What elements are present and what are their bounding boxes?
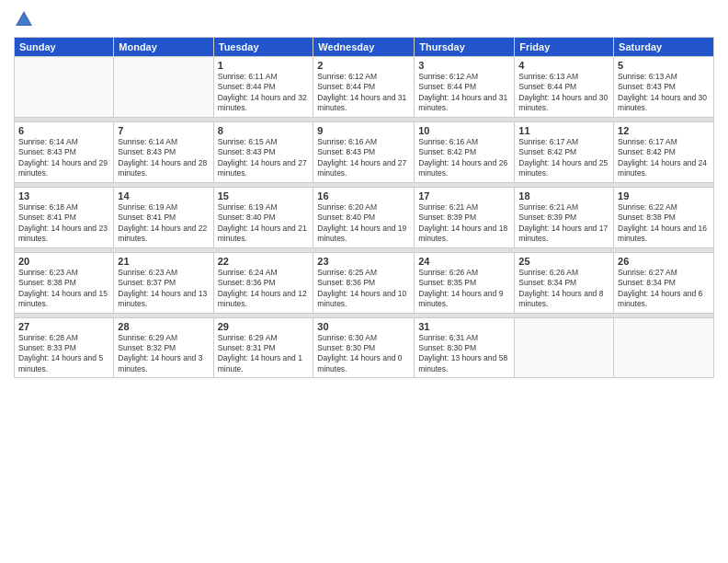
- calendar-cell: 28Sunrise: 6:29 AM Sunset: 8:32 PM Dayli…: [114, 317, 213, 378]
- day-number: 26: [618, 256, 710, 267]
- day-number: 12: [618, 125, 710, 136]
- day-info: Sunrise: 6:30 AM Sunset: 8:30 PM Dayligh…: [317, 333, 410, 375]
- calendar-cell: 16Sunrise: 6:20 AM Sunset: 8:40 PM Dayli…: [313, 187, 415, 247]
- calendar-cell: 25Sunrise: 6:26 AM Sunset: 8:34 PM Dayli…: [515, 252, 614, 313]
- day-number: 23: [317, 256, 410, 267]
- calendar-cell: 3Sunrise: 6:12 AM Sunset: 8:44 PM Daylig…: [415, 57, 515, 118]
- calendar-cell: 23Sunrise: 6:25 AM Sunset: 8:36 PM Dayli…: [313, 252, 415, 313]
- header-thursday: Thursday: [415, 38, 515, 57]
- day-number: 28: [118, 321, 209, 332]
- day-info: Sunrise: 6:12 AM Sunset: 8:44 PM Dayligh…: [418, 72, 510, 114]
- day-number: 17: [418, 190, 510, 201]
- day-number: 5: [618, 60, 710, 71]
- header-sunday: Sunday: [15, 38, 114, 57]
- header-friday: Friday: [515, 38, 614, 57]
- calendar-cell: [614, 317, 714, 378]
- day-number: 3: [418, 60, 510, 71]
- calendar-cell: 1Sunrise: 6:11 AM Sunset: 8:44 PM Daylig…: [213, 57, 313, 118]
- day-info: Sunrise: 6:17 AM Sunset: 8:42 PM Dayligh…: [518, 137, 609, 179]
- day-number: 1: [218, 60, 310, 71]
- calendar-cell: 2Sunrise: 6:12 AM Sunset: 8:44 PM Daylig…: [313, 57, 415, 118]
- day-number: 2: [317, 60, 410, 71]
- day-number: 18: [518, 190, 609, 201]
- calendar-cell: 10Sunrise: 6:16 AM Sunset: 8:42 PM Dayli…: [415, 121, 515, 182]
- calendar-cell: 29Sunrise: 6:29 AM Sunset: 8:31 PM Dayli…: [213, 317, 313, 378]
- calendar-cell: 27Sunrise: 6:28 AM Sunset: 8:33 PM Dayli…: [15, 317, 114, 378]
- day-info: Sunrise: 6:29 AM Sunset: 8:32 PM Dayligh…: [118, 333, 209, 375]
- calendar-cell: [114, 57, 213, 118]
- day-number: 21: [118, 256, 209, 267]
- calendar-cell: 8Sunrise: 6:15 AM Sunset: 8:43 PM Daylig…: [213, 121, 313, 182]
- day-number: 15: [218, 190, 310, 201]
- day-info: Sunrise: 6:26 AM Sunset: 8:35 PM Dayligh…: [418, 268, 510, 310]
- calendar-cell: 4Sunrise: 6:13 AM Sunset: 8:44 PM Daylig…: [515, 57, 614, 118]
- day-info: Sunrise: 6:11 AM Sunset: 8:44 PM Dayligh…: [218, 72, 310, 114]
- day-info: Sunrise: 6:28 AM Sunset: 8:33 PM Dayligh…: [18, 333, 109, 375]
- day-number: 25: [518, 256, 609, 267]
- day-info: Sunrise: 6:20 AM Sunset: 8:40 PM Dayligh…: [317, 202, 410, 245]
- header: [14, 9, 714, 29]
- calendar-cell: 22Sunrise: 6:24 AM Sunset: 8:36 PM Dayli…: [213, 252, 313, 313]
- calendar-cell: [515, 317, 614, 378]
- day-info: Sunrise: 6:15 AM Sunset: 8:43 PM Dayligh…: [218, 137, 310, 179]
- day-info: Sunrise: 6:21 AM Sunset: 8:39 PM Dayligh…: [518, 202, 609, 245]
- day-info: Sunrise: 6:29 AM Sunset: 8:31 PM Dayligh…: [218, 333, 310, 375]
- calendar-week-3: 20Sunrise: 6:23 AM Sunset: 8:38 PM Dayli…: [15, 252, 714, 313]
- day-info: Sunrise: 6:19 AM Sunset: 8:41 PM Dayligh…: [118, 202, 209, 245]
- day-number: 9: [317, 125, 410, 136]
- day-info: Sunrise: 6:13 AM Sunset: 8:43 PM Dayligh…: [618, 72, 710, 114]
- calendar-cell: 14Sunrise: 6:19 AM Sunset: 8:41 PM Dayli…: [114, 187, 213, 247]
- calendar-cell: 24Sunrise: 6:26 AM Sunset: 8:35 PM Dayli…: [415, 252, 515, 313]
- day-number: 7: [118, 125, 209, 136]
- calendar-cell: 31Sunrise: 6:31 AM Sunset: 8:30 PM Dayli…: [415, 317, 515, 378]
- calendar-cell: 15Sunrise: 6:19 AM Sunset: 8:40 PM Dayli…: [213, 187, 313, 247]
- day-info: Sunrise: 6:24 AM Sunset: 8:36 PM Dayligh…: [218, 268, 310, 310]
- day-info: Sunrise: 6:12 AM Sunset: 8:44 PM Dayligh…: [317, 72, 410, 114]
- header-tuesday: Tuesday: [213, 38, 313, 57]
- day-number: 22: [218, 256, 310, 267]
- calendar-week-0: 1Sunrise: 6:11 AM Sunset: 8:44 PM Daylig…: [15, 57, 714, 118]
- day-info: Sunrise: 6:22 AM Sunset: 8:38 PM Dayligh…: [618, 202, 710, 245]
- day-number: 16: [317, 190, 410, 201]
- day-number: 31: [418, 321, 510, 332]
- day-info: Sunrise: 6:23 AM Sunset: 8:37 PM Dayligh…: [118, 268, 209, 310]
- day-info: Sunrise: 6:25 AM Sunset: 8:36 PM Dayligh…: [317, 268, 410, 310]
- calendar-cell: 13Sunrise: 6:18 AM Sunset: 8:41 PM Dayli…: [15, 187, 114, 247]
- calendar-header-row: SundayMondayTuesdayWednesdayThursdayFrid…: [15, 38, 714, 57]
- day-info: Sunrise: 6:16 AM Sunset: 8:42 PM Dayligh…: [418, 137, 510, 179]
- calendar-cell: 20Sunrise: 6:23 AM Sunset: 8:38 PM Dayli…: [15, 252, 114, 313]
- day-number: 29: [218, 321, 310, 332]
- calendar-cell: 7Sunrise: 6:14 AM Sunset: 8:43 PM Daylig…: [114, 121, 213, 182]
- day-number: 8: [218, 125, 310, 136]
- logo-icon: [14, 9, 34, 29]
- calendar-cell: 18Sunrise: 6:21 AM Sunset: 8:39 PM Dayli…: [515, 187, 614, 247]
- day-number: 10: [418, 125, 510, 136]
- day-number: 27: [18, 321, 109, 332]
- day-info: Sunrise: 6:26 AM Sunset: 8:34 PM Dayligh…: [518, 268, 609, 310]
- day-info: Sunrise: 6:31 AM Sunset: 8:30 PM Dayligh…: [418, 333, 510, 375]
- calendar-cell: 6Sunrise: 6:14 AM Sunset: 8:43 PM Daylig…: [15, 121, 114, 182]
- day-number: 30: [317, 321, 410, 332]
- page: SundayMondayTuesdayWednesdayThursdayFrid…: [0, 0, 728, 563]
- day-number: 13: [18, 190, 109, 201]
- calendar-cell: 17Sunrise: 6:21 AM Sunset: 8:39 PM Dayli…: [415, 187, 515, 247]
- day-number: 11: [518, 125, 609, 136]
- day-number: 4: [518, 60, 609, 71]
- day-info: Sunrise: 6:23 AM Sunset: 8:38 PM Dayligh…: [18, 268, 109, 310]
- day-info: Sunrise: 6:16 AM Sunset: 8:43 PM Dayligh…: [317, 137, 410, 179]
- day-info: Sunrise: 6:27 AM Sunset: 8:34 PM Dayligh…: [618, 268, 710, 310]
- day-number: 19: [618, 190, 710, 201]
- day-info: Sunrise: 6:14 AM Sunset: 8:43 PM Dayligh…: [18, 137, 109, 179]
- calendar-cell: 9Sunrise: 6:16 AM Sunset: 8:43 PM Daylig…: [313, 121, 415, 182]
- calendar-week-1: 6Sunrise: 6:14 AM Sunset: 8:43 PM Daylig…: [15, 121, 714, 182]
- day-info: Sunrise: 6:14 AM Sunset: 8:43 PM Dayligh…: [118, 137, 209, 179]
- calendar-cell: 26Sunrise: 6:27 AM Sunset: 8:34 PM Dayli…: [614, 252, 714, 313]
- calendar-cell: 19Sunrise: 6:22 AM Sunset: 8:38 PM Dayli…: [614, 187, 714, 247]
- calendar-cell: [15, 57, 114, 118]
- calendar-week-4: 27Sunrise: 6:28 AM Sunset: 8:33 PM Dayli…: [15, 317, 714, 378]
- day-info: Sunrise: 6:17 AM Sunset: 8:42 PM Dayligh…: [618, 137, 710, 179]
- day-info: Sunrise: 6:19 AM Sunset: 8:40 PM Dayligh…: [218, 202, 310, 245]
- header-wednesday: Wednesday: [313, 38, 415, 57]
- day-info: Sunrise: 6:21 AM Sunset: 8:39 PM Dayligh…: [418, 202, 510, 245]
- calendar-week-2: 13Sunrise: 6:18 AM Sunset: 8:41 PM Dayli…: [15, 187, 714, 247]
